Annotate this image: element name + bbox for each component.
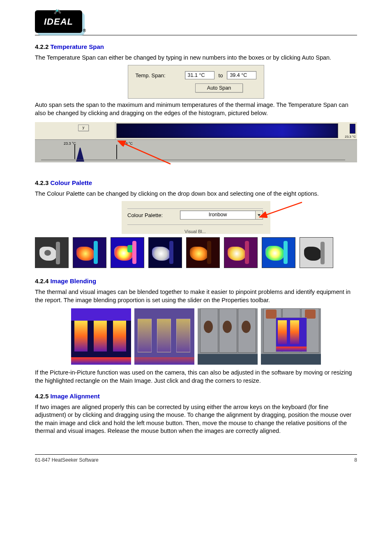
colour-palette-truncated-label: Visual Bl... [127,229,263,234]
histogram-gradient-bar[interactable] [116,123,338,138]
palette-thumb-amber [186,237,220,268]
auto-span-button[interactable]: Auto Span [195,83,243,92]
logo-pliers-icon [52,7,64,15]
annotation-arrow-histogram [117,139,179,168]
logo: IDEAL ® [35,10,82,33]
pip-paragraph: If the Picture-in-Picture function was u… [35,369,357,385]
colour-palette-panel-figure: Colour Palette: Ironbow Visual Bl... [35,201,357,235]
colour-palette-label: Colour Palette: [127,212,163,218]
palette-thumb-grey-inverted [300,237,333,268]
header: IDEAL ® [35,10,357,33]
svg-point-0 [56,10,58,12]
histogram-figure: y 23.3 °C 23.3 °C 31.9 °C [35,122,357,162]
temp-span-from-input[interactable]: 31.1 °C [185,71,214,79]
annotation-arrow-dropdown [257,200,306,221]
image-blending-paragraph: The thermal and visual images can be ble… [35,288,357,304]
image-alignment-paragraph: If two images are aligned properly this … [35,403,357,435]
histogram-plot[interactable]: 23.3 °C 31.9 °C [35,139,357,162]
palette-thumb-magenta [224,237,258,268]
svg-line-3 [261,202,302,217]
palette-thumb-rainbow [111,237,144,268]
colour-palette-dropdown[interactable]: Ironbow [180,210,263,220]
blend-thumb-pip[interactable] [261,308,321,365]
palette-thumb-greyscale [35,237,69,268]
histogram-left-marker[interactable] [74,145,75,159]
palette-thumbnails-row [35,237,357,268]
logo-text: IDEAL [44,16,73,27]
histogram-colour-swatch [350,124,355,134]
blend-thumb-blend [134,308,194,365]
blending-thumbnails-row [35,308,357,365]
temp-span-label: Temp. Span: [136,72,181,79]
registered-mark: ® [83,28,86,33]
blend-thumb-thermal [71,308,131,365]
footer: 61-847 HeatSeeker Software 8 [0,457,392,473]
temp-span-to-label: to [219,72,223,79]
footer-left-text: 61-847 HeatSeeker Software [35,457,99,463]
section-heading-colour-palette: 4.2.3 Colour Palette [35,179,357,187]
blend-thumb-visual [198,308,258,365]
histogram-y-button[interactable]: y [78,125,89,131]
palette-thumb-ironbow [73,237,106,268]
colour-palette-paragraph: The Colour Palette can be changed by cli… [35,190,357,198]
section-heading-image-blending: 4.2.4 Image Blending [35,277,357,286]
svg-line-2 [119,141,171,164]
histogram-legend-value: 23.3 °C [345,135,356,139]
pip-rectangle[interactable] [276,317,307,352]
header-rule [35,35,357,35]
temp-span-panel-figure: Temp. Span: 31.1 °C to 39.4 °C Auto Span [35,65,357,99]
temp-span-paragraph: The Temperature Span can either be chang… [35,54,357,62]
palette-thumb-cyan [262,237,295,268]
colour-palette-value: Ironbow [180,211,255,219]
footer-rule [35,454,357,455]
section-heading-temp-span: 4.2.2 Temperature Span [35,43,357,51]
footer-page-number: 8 [354,457,357,463]
temp-span-to-input[interactable]: 39.4 °C [227,71,256,79]
section-heading-image-alignment: 4.2.5 Image Alignment [35,392,357,401]
palette-thumb-blue [148,237,182,268]
histogram-axis [41,158,345,162]
auto-span-paragraph: Auto span sets the span to the maximum a… [35,101,357,117]
